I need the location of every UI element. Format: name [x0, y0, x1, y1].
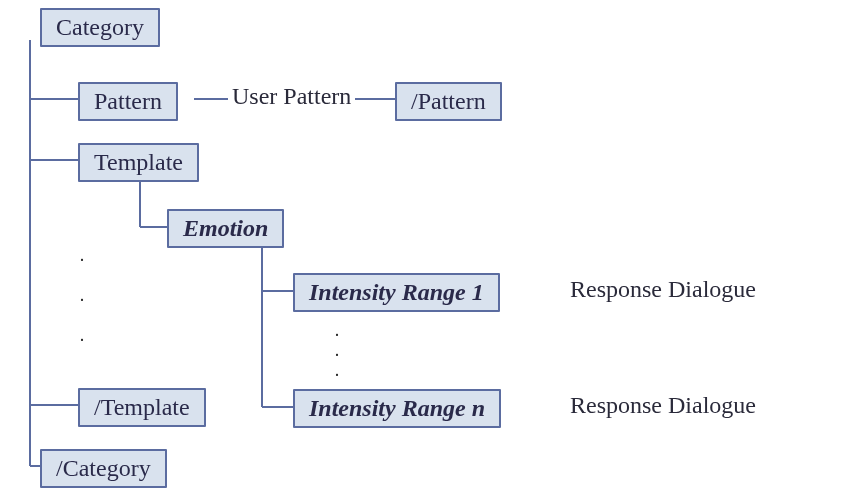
ellipsis-dots-right: ... [332, 320, 342, 380]
node-label: Template [94, 149, 183, 175]
ellipsis-dots-left: . . . [77, 245, 87, 345]
node-template-open: Template [78, 143, 199, 182]
node-pattern-open: Pattern [78, 82, 178, 121]
node-label: Intensity Range 1 [309, 279, 484, 305]
node-template-close: /Template [78, 388, 206, 427]
label-response-dialogue-n: Response Dialogue [570, 392, 756, 419]
node-label: /Template [94, 394, 190, 420]
node-label: /Category [56, 455, 151, 481]
node-label: /Pattern [411, 88, 486, 114]
label-response-dialogue-1: Response Dialogue [570, 276, 756, 303]
node-intensity-range-n: Intensity Range n [293, 389, 501, 428]
node-pattern-close: /Pattern [395, 82, 502, 121]
node-label: Emotion [183, 215, 268, 241]
node-category-close: /Category [40, 449, 167, 488]
node-intensity-range-1: Intensity Range 1 [293, 273, 500, 312]
node-category-open: Category [40, 8, 160, 47]
node-label: Pattern [94, 88, 162, 114]
label-user-pattern: User Pattern [228, 83, 355, 110]
node-emotion: Emotion [167, 209, 284, 248]
node-label: Intensity Range n [309, 395, 485, 421]
node-label: Category [56, 14, 144, 40]
